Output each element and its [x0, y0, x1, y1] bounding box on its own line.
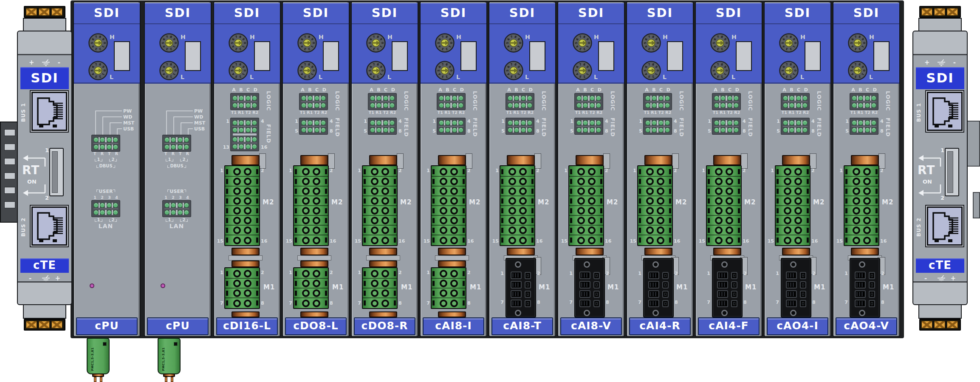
led-row	[232, 119, 257, 126]
plug-screw	[584, 261, 590, 268]
terminal-row	[707, 226, 741, 235]
terminal-row	[294, 177, 328, 187]
power-connector-screw	[103, 342, 107, 346]
led	[301, 120, 306, 125]
led	[390, 120, 395, 125]
terminal-row	[844, 235, 878, 245]
led	[100, 210, 105, 215]
led	[652, 127, 657, 133]
terminal-corner-number: 2	[467, 270, 475, 275]
end-bracket-left: +-SDIBUS 11RTON2BUS 2cTE-+	[17, 6, 72, 332]
terminal-ring	[440, 207, 447, 215]
led-row	[93, 136, 118, 143]
terminal-ring	[784, 207, 791, 215]
terminal-row	[294, 289, 328, 298]
rotary-digit: 5	[506, 69, 509, 71]
module-label-band: cAO4-I	[767, 317, 828, 335]
din-rail-right	[967, 121, 980, 167]
terminal-ring	[519, 207, 527, 215]
led	[583, 127, 588, 133]
field-corner-number: 1	[498, 119, 505, 124]
led	[871, 120, 876, 125]
terminal-ring	[244, 237, 251, 244]
led	[308, 127, 313, 133]
logic-section-label: LOGIC	[265, 87, 272, 116]
terminal-row	[432, 187, 466, 196]
terminal-row	[363, 289, 397, 298]
terminal-corner-number: 15	[627, 238, 636, 244]
mounting-ear	[672, 153, 679, 169]
plug-row	[644, 299, 673, 308]
logic-channel-row: ABCD	[712, 87, 741, 93]
terminal-ring	[381, 237, 389, 244]
logic-channel-row: ABCD	[506, 87, 534, 93]
rotary-section: 0123456789H0123456789L	[145, 24, 211, 84]
rt-slider[interactable]	[49, 148, 64, 196]
user-led-number: 2	[101, 195, 104, 200]
terminal-corner-number: 2	[537, 271, 543, 276]
rotary-switch-l: 0123456789	[779, 61, 799, 80]
led	[107, 203, 112, 208]
plug-socket-small	[800, 300, 806, 307]
led-row	[576, 126, 601, 133]
terminal-row	[844, 196, 878, 206]
rotary-h-label: H	[456, 34, 461, 40]
plug-socket-large	[648, 290, 659, 298]
led	[871, 127, 876, 133]
bracket-cap-bottom	[18, 281, 71, 304]
terminal-ring	[440, 300, 447, 307]
rotary-digit: 5	[368, 69, 372, 71]
led	[665, 96, 670, 101]
led-panel-separator	[233, 133, 257, 136]
ground-icon	[936, 59, 946, 67]
field-section-label: FIELD	[884, 118, 891, 134]
terminal-block-m1	[293, 267, 329, 309]
power-terminal-block	[24, 319, 65, 331]
terminal-ring	[313, 237, 320, 244]
terminal-corner-number: 2	[881, 271, 887, 276]
rotary-section: 0123456789H0123456789L	[696, 24, 762, 84]
address-window	[254, 41, 270, 71]
mounting-ear	[328, 153, 335, 169]
logic-pin-label: R1	[513, 110, 519, 115]
terminal-corner-number: 2	[674, 168, 681, 173]
terminal-ring	[863, 207, 871, 215]
bus2-label: BUS 2	[916, 207, 924, 247]
terminal-copper-band	[644, 248, 672, 255]
field-led-panel	[643, 118, 672, 135]
plug-socket-large	[786, 290, 797, 298]
plug-row	[713, 289, 742, 299]
terminal-copper-band	[851, 155, 879, 165]
module-label-band: cAI8-I	[423, 317, 484, 335]
terminal-gray-separator	[435, 255, 469, 260]
io-module-cdo8-r: SDI0123456789H0123456789LABCDT1R1T2R2LOG…	[351, 1, 418, 337]
io-module-cai8-i: SDI0123456789H0123456789LABCDT1R1T2R2LOG…	[420, 1, 487, 337]
led	[452, 120, 457, 125]
led	[789, 103, 794, 108]
terminal-row	[363, 298, 397, 308]
led-row	[370, 95, 395, 102]
status-led-label: PW	[194, 108, 203, 114]
field-corner-number: 5	[633, 128, 642, 134]
module-label-band: cAO4-V	[836, 317, 897, 335]
module-header: SDI	[627, 3, 693, 24]
rotary-digit: 5	[437, 42, 441, 44]
terminal-corner-number: 8	[330, 300, 337, 306]
led	[865, 127, 870, 133]
terminal-ring	[853, 197, 860, 205]
rt-slider[interactable]	[945, 148, 959, 196]
bracket-body: +-SDIBUS 11RTON2BUS 2cTE-+	[17, 31, 72, 305]
logic-pin-row: T1R1T2R2	[850, 110, 878, 115]
plug-socket-small	[662, 291, 669, 298]
logic-pin-label: R1	[582, 110, 588, 115]
mounting-ear	[878, 153, 885, 169]
logic-pin-row: T1R1T2R2	[437, 110, 466, 115]
led	[720, 96, 726, 101]
plug-rows	[575, 271, 604, 309]
logic-channel-row: ABCD	[368, 87, 397, 93]
terminal-ring	[302, 226, 310, 234]
din-rail-left	[0, 122, 19, 223]
plug-row	[506, 280, 535, 289]
rt-slider-ridge	[59, 183, 61, 186]
led-row	[301, 95, 326, 102]
